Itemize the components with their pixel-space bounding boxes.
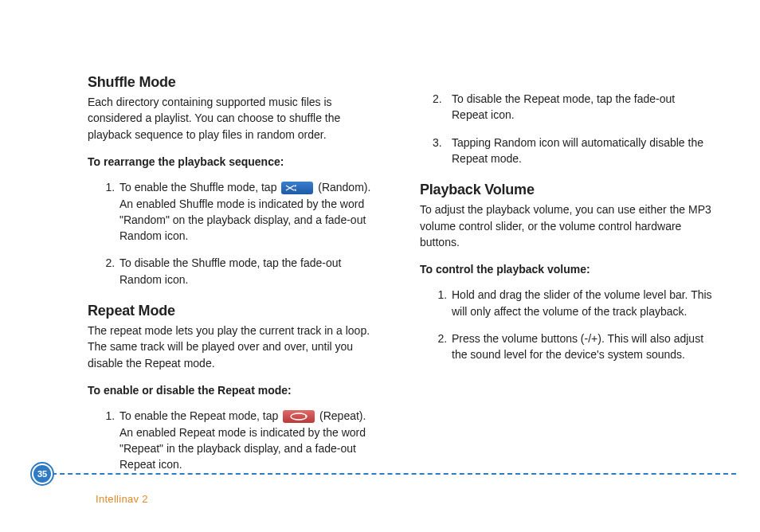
volume-sub: To control the playback volume:: [420, 261, 712, 277]
page-number: 35: [33, 465, 51, 483]
volume-intro: To adjust the playback volume, you can u…: [420, 201, 712, 250]
text: To enable the Shuffle mode, tap: [119, 181, 276, 194]
spacer: [420, 72, 712, 91]
repeat-step-2: To disable the Repeat mode, tap the fade…: [450, 91, 712, 123]
footer: 35: [0, 462, 760, 486]
heading-volume: Playback Volume: [420, 179, 712, 200]
right-column: To disable the Repeat mode, tap the fade…: [420, 72, 712, 486]
shuffle-intro: Each directory containing supported musi…: [88, 94, 380, 143]
volume-steps: Hold and drag the slider of the volume l…: [420, 287, 712, 362]
brand-label: Intellinav 2: [96, 493, 148, 505]
random-icon: [281, 182, 313, 194]
page: Shuffle Mode Each directory containing s…: [0, 0, 760, 532]
columns: Shuffle Mode Each directory containing s…: [88, 72, 712, 486]
svg-point-0: [291, 413, 307, 420]
left-column: Shuffle Mode Each directory containing s…: [88, 72, 380, 486]
repeat-icon: [283, 410, 315, 423]
volume-step-2: Press the volume buttons (-/+). This wil…: [450, 331, 712, 363]
heading-repeat: Repeat Mode: [88, 300, 380, 321]
footer-dashline: [44, 473, 736, 475]
volume-step-1: Hold and drag the slider of the volume l…: [450, 287, 712, 319]
shuffle-step-1: To enable the Shuffle mode, tap (Random)…: [118, 179, 380, 244]
repeat-step-3: Tapping Random icon will automatically d…: [450, 135, 712, 167]
shuffle-steps: To enable the Shuffle mode, tap (Random)…: [88, 179, 380, 288]
repeat-intro: The repeat mode lets you play the curren…: [88, 323, 380, 371]
shuffle-sub: To rearrange the playback sequence:: [88, 154, 380, 170]
repeat-sub: To enable or disable the Repeat mode:: [88, 382, 380, 398]
repeat-steps-cont: To disable the Repeat mode, tap the fade…: [420, 91, 712, 166]
shuffle-step-2: To disable the Shuffle mode, tap the fad…: [118, 255, 380, 288]
heading-shuffle: Shuffle Mode: [88, 72, 380, 92]
page-badge: 35: [30, 462, 54, 486]
text: To enable the Repeat mode, tap: [119, 409, 278, 422]
